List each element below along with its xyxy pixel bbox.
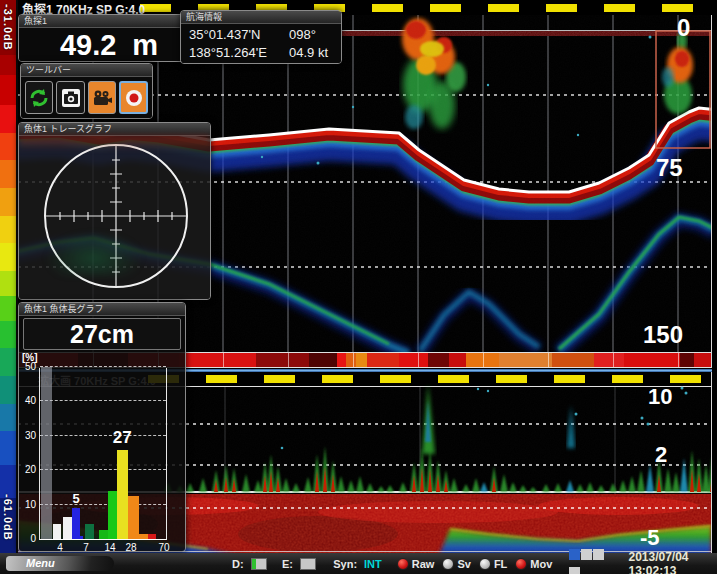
record-button[interactable] — [119, 81, 148, 114]
indicator-label: Sv — [457, 558, 470, 570]
page-squares — [569, 546, 607, 574]
hist-bar — [148, 534, 156, 539]
trace-window-title[interactable]: 魚体1 トレースグラフ — [19, 123, 210, 136]
depth-window-title[interactable]: 魚探1 — [19, 15, 199, 28]
hist-xtick: 70 — [158, 542, 169, 552]
hist-xtick: 7 — [83, 542, 89, 552]
depth-label-75: 75 — [656, 154, 683, 181]
time: 13:02:13 — [628, 564, 676, 574]
fishfinder-screen: -31.0dB -61.0dB 魚探1 70KHz SP G:4.0 — [0, 0, 717, 574]
sync-button[interactable] — [25, 81, 53, 114]
indicator-mov[interactable]: Mov — [515, 558, 552, 570]
hist-bar — [63, 517, 72, 539]
hist-ytick: 0 — [18, 533, 36, 544]
hist-ytick: 10 — [18, 499, 36, 510]
d-label: D: — [232, 558, 244, 570]
sync-icon — [28, 87, 50, 109]
indicator-sv[interactable]: Sv — [442, 558, 470, 570]
indicator-label: FL — [494, 558, 507, 570]
sounder-header: 魚探1 70KHz SP G:4.0 — [22, 0, 145, 14]
hist-ytick: 20 — [18, 464, 36, 475]
depth-readout: 49.2 m — [19, 28, 199, 62]
hist-bar — [85, 524, 93, 539]
hist-bar-label: 5 — [73, 491, 80, 506]
syn-label: Syn: — [333, 558, 357, 570]
hist-bar — [80, 536, 83, 539]
fish-length-histogram: 01020304050527 — [39, 368, 167, 540]
hist-bar — [139, 534, 149, 539]
db-scale-top-label: -31.0dB — [2, 4, 14, 51]
hist-bar — [72, 508, 80, 539]
nav-info-window: 航海情報 35°01.437'N 098° 138°51.264'E 04.9 … — [180, 10, 342, 64]
db-scale-bottom-label: -61.0dB — [2, 494, 14, 541]
toolbar-window-title[interactable]: ツールバー — [21, 64, 152, 77]
depth-label-0: 0 — [677, 15, 690, 41]
snapshot-button[interactable] — [56, 81, 84, 114]
status-bar: Menu D: E: Syn: INT RawSvFLMov 2013/07/0… — [0, 553, 717, 574]
menu-button[interactable]: Menu — [6, 556, 114, 571]
hist-ytick: 50 — [18, 361, 36, 372]
page-square — [593, 549, 604, 560]
nav-speed: 04.9 kt — [289, 45, 337, 60]
hist-bar — [99, 530, 108, 539]
fish-length-window-title[interactable]: 魚体1 魚体長グラフ — [19, 303, 185, 316]
d-indicator-box — [251, 558, 267, 570]
hist-xtick: 4 — [57, 542, 63, 552]
hist-bar-label: 27 — [113, 428, 132, 448]
db-color-scale: -31.0dB -61.0dB — [0, 0, 18, 553]
depth-unit: m — [132, 29, 158, 62]
hist-ytick: 40 — [18, 395, 36, 406]
video-camera-icon — [91, 87, 113, 109]
page-square — [569, 567, 580, 574]
indicator-raw[interactable]: Raw — [397, 558, 435, 570]
hist-bar — [53, 524, 61, 539]
fish-length-window: 魚体1 魚体長グラフ 27cm [%] 01020304050527 [cm] … — [18, 302, 186, 552]
indicator-label: Mov — [530, 558, 552, 570]
hist-bar — [41, 367, 53, 539]
page-square — [569, 549, 580, 560]
record-indicators: RawSvFLMov — [397, 558, 553, 570]
datetime: 2013/07/04 13:02:13 — [628, 550, 717, 574]
hist-xtick: 28 — [125, 542, 136, 552]
depth-window: 魚探1 49.2 m — [18, 14, 200, 62]
zoom-depth-label-2: 2 — [655, 442, 667, 467]
date: 2013/07/04 — [628, 550, 688, 564]
record-icon — [123, 87, 145, 109]
indicator-dot — [479, 558, 491, 570]
toolbar-window: ツールバー — [20, 63, 153, 119]
indicator-dot — [442, 558, 454, 570]
indicator-label: Raw — [412, 558, 435, 570]
hist-ytick: 30 — [18, 430, 36, 441]
hist-xtick: 14 — [104, 542, 115, 552]
echo-ghost-bottom — [44, 231, 144, 276]
nav-window-title[interactable]: 航海情報 — [181, 11, 341, 24]
zoom-depth-label-10: 10 — [648, 384, 672, 409]
e-indicator-box — [300, 558, 316, 570]
nav-latitude: 35°01.437'N — [189, 27, 289, 42]
page-square — [581, 549, 592, 560]
hist-bar — [117, 450, 128, 539]
syn-value: INT — [364, 558, 382, 570]
depth-label-150: 150 — [643, 321, 683, 348]
nav-longitude: 138°51.264'E — [189, 45, 289, 60]
indicator-dot — [515, 558, 527, 570]
movie-button[interactable] — [88, 81, 116, 114]
trace-graph-window: 魚体1 トレースグラフ — [18, 122, 211, 300]
hist-bar — [108, 491, 117, 539]
indicator-dot — [397, 558, 409, 570]
e-label: E: — [282, 558, 293, 570]
depth-value: 49.2 — [60, 29, 116, 62]
hist-bar — [128, 496, 139, 539]
indicator-fl[interactable]: FL — [479, 558, 507, 570]
echo-ghost-top — [19, 136, 210, 150]
camera-icon — [60, 87, 82, 109]
nav-course: 098° — [289, 27, 337, 42]
fish-length-value: 27cm — [23, 318, 181, 350]
